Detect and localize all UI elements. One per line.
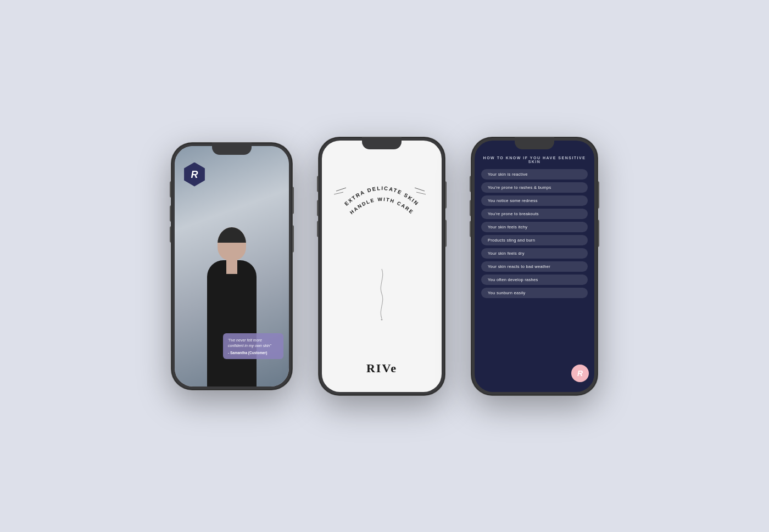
phone-1: R "I've never felt more confident in my … [171, 143, 292, 390]
curved-text-area: EXTRA DELICATE SKIN HANDLE WITH CARE [330, 168, 434, 228]
svg-text:HANDLE WITH CARE: HANDLE WITH CARE [349, 196, 415, 215]
skin-item-2: You notice some redness [481, 195, 588, 206]
person-body [207, 260, 257, 387]
curved-text-svg: EXTRA DELICATE SKIN HANDLE WITH CARE [330, 168, 434, 228]
skin-item-4: Your skin feels itchy [481, 222, 588, 232]
skin-item-9: You sunburn easily [481, 288, 588, 298]
svg-line-0 [336, 188, 346, 191]
skin-item-5: Products sting and burn [481, 235, 588, 245]
notch-1 [212, 143, 252, 155]
person-hair [218, 227, 246, 243]
quote-text: "I've never felt more confident in my ow… [228, 338, 278, 349]
notch-3 [515, 137, 554, 149]
logo-r: R [191, 170, 198, 180]
svg-line-2 [415, 188, 425, 191]
phone-3: HOW TO KNOW IF YOU HAVE SENSITIVE SKIN Y… [471, 137, 598, 395]
skin-item-6: Your skin feels dry [481, 248, 588, 259]
r-badge: R [571, 365, 589, 382]
wavy-line-area [376, 266, 387, 323]
brand-name: RIVe [366, 361, 397, 376]
skin-item-7: Your skin reacts to bad weather [481, 261, 588, 272]
wavy-svg [376, 266, 387, 321]
person-neck [226, 257, 237, 274]
skin-item-8: You often develop rashes [481, 275, 588, 285]
phones-container: R "I've never felt more confident in my … [171, 137, 598, 395]
quote-box: "I've never felt more confident in my ow… [223, 333, 283, 359]
quote-author: - Samantha (Customer) [228, 351, 278, 355]
person-head [218, 227, 246, 260]
person-silhouette [199, 211, 265, 387]
sensitive-skin-title: HOW TO KNOW IF YOU HAVE SENSITIVE SKIN [481, 156, 588, 164]
phone1-content: R "I've never felt more confident in my … [175, 146, 289, 387]
logo-hexagon: R [182, 163, 207, 187]
skin-items-list: Your skin is reactiveYou're prone to ras… [481, 169, 588, 383]
skin-item-1: You're prone to rashes & bumps [481, 182, 588, 193]
skin-item-0: Your skin is reactive [481, 169, 588, 180]
svg-text:EXTRA DELICATE SKIN: EXTRA DELICATE SKIN [343, 184, 420, 206]
svg-line-3 [416, 192, 426, 194]
svg-line-1 [334, 192, 343, 194]
phone-2: EXTRA DELICATE SKIN HANDLE WITH CARE RIV… [319, 137, 445, 395]
svg-point-6 [381, 318, 383, 320]
skin-item-3: You're prone to breakouts [481, 209, 588, 219]
logo-badge: R [182, 163, 207, 187]
notch-2 [362, 137, 402, 149]
